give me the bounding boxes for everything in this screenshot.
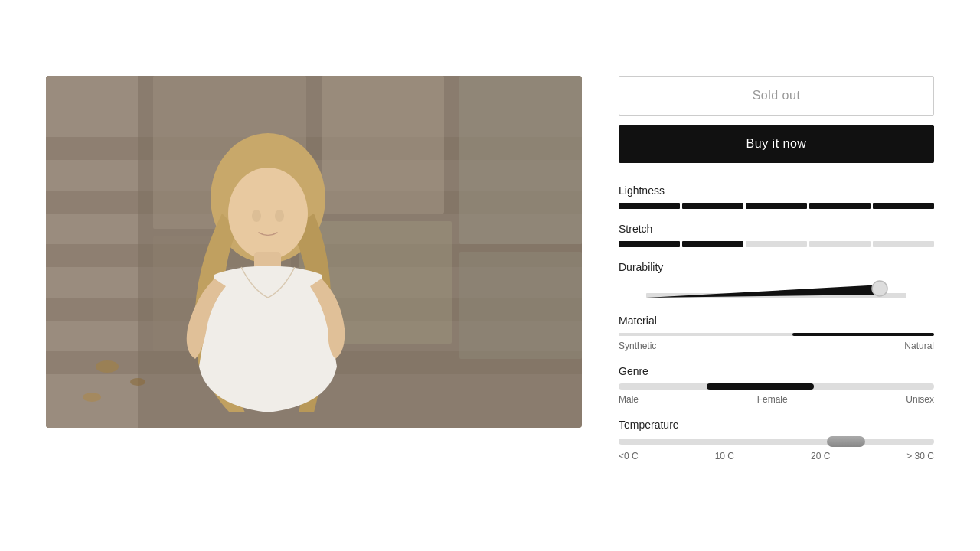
svg-point-20 <box>275 210 284 222</box>
seg-5 <box>873 203 934 209</box>
genre-label: Genre <box>619 365 934 377</box>
temperature-track <box>619 437 934 446</box>
material-section: Material Synthetic Natural <box>619 315 934 351</box>
svg-point-17 <box>228 168 308 259</box>
genre-labels: Male Female Unisex <box>619 394 934 405</box>
stretch-seg-4 <box>809 241 871 247</box>
genre-female-label: Female <box>757 394 788 405</box>
material-right-label: Natural <box>904 341 934 351</box>
material-range: Synthetic Natural <box>619 333 934 351</box>
svg-point-14 <box>130 378 145 386</box>
temperature-thumb[interactable] <box>827 436 865 447</box>
temperature-section: Temperature <0 C 10 C 20 C > 30 C <box>619 419 934 461</box>
genre-section: Genre Male Female Unisex <box>619 365 934 405</box>
sold-out-button[interactable]: Sold out <box>619 76 934 116</box>
svg-rect-8 <box>322 76 444 214</box>
stretch-label: Stretch <box>619 223 934 235</box>
material-fill-left <box>619 333 792 336</box>
temperature-labels: <0 C 10 C 20 C > 30 C <box>619 451 934 461</box>
product-photo <box>46 76 582 428</box>
product-image <box>46 76 582 428</box>
stretch-section: Stretch <box>619 223 934 247</box>
stretch-seg-2 <box>682 241 743 247</box>
svg-point-23 <box>872 281 887 296</box>
svg-rect-12 <box>459 252 582 359</box>
svg-point-19 <box>252 210 261 222</box>
genre-male-label: Male <box>619 394 639 405</box>
seg-3 <box>746 203 807 209</box>
temp-label-30: > 30 C <box>906 451 934 461</box>
stretch-seg-1 <box>619 241 680 247</box>
seg-4 <box>809 203 871 209</box>
genre-unisex-label: Unisex <box>906 394 934 405</box>
stretch-bar <box>619 241 934 247</box>
material-fill-right <box>792 333 934 336</box>
stretch-seg-5 <box>873 241 934 247</box>
material-track <box>619 333 934 336</box>
temp-label-20: 20 C <box>811 451 830 461</box>
buy-now-button[interactable]: Buy it now <box>619 125 934 163</box>
lightness-bar <box>619 203 934 209</box>
temp-label-0: <0 C <box>619 451 639 461</box>
product-image-container <box>46 76 582 428</box>
temperature-label: Temperature <box>619 419 934 431</box>
svg-point-13 <box>96 360 119 373</box>
durability-bar <box>619 279 934 301</box>
svg-point-15 <box>83 393 101 402</box>
stretch-seg-3 <box>746 241 807 247</box>
svg-rect-9 <box>459 76 582 244</box>
durability-section: Durability <box>619 261 934 301</box>
page-container: Sold out Buy it now Lightness Stretch <box>0 45 980 506</box>
material-label: Material <box>619 315 934 327</box>
temp-label-10: 10 C <box>715 451 734 461</box>
lightness-label: Lightness <box>619 184 934 197</box>
right-panel: Sold out Buy it now Lightness Stretch <box>619 76 934 475</box>
material-labels: Synthetic Natural <box>619 341 934 351</box>
lightness-section: Lightness <box>619 184 934 209</box>
durability-svg <box>619 279 934 301</box>
material-left-label: Synthetic <box>619 341 656 351</box>
durability-label: Durability <box>619 261 934 273</box>
seg-1 <box>619 203 680 209</box>
temperature-bg <box>619 439 934 445</box>
genre-track <box>619 383 934 390</box>
seg-2 <box>682 203 743 209</box>
genre-fill <box>707 383 814 390</box>
